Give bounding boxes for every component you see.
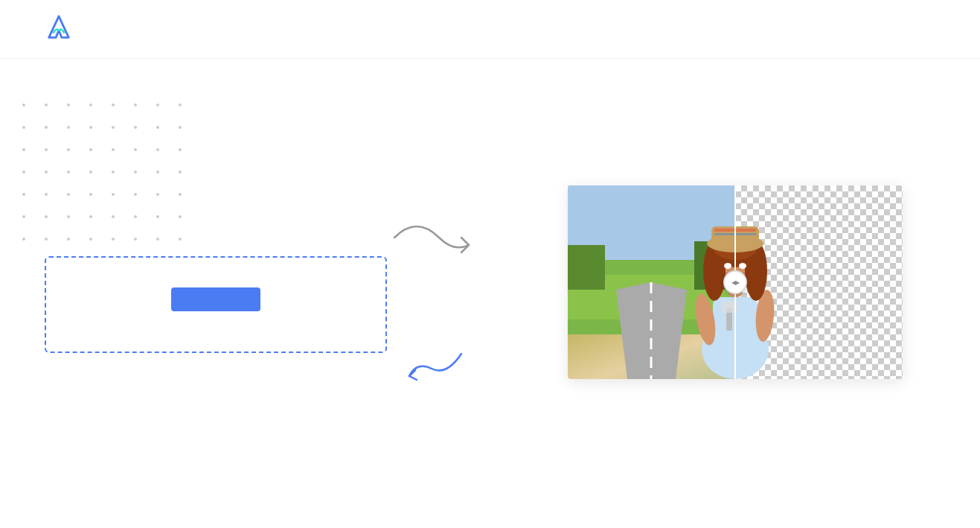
image-compare-widget[interactable] xyxy=(568,185,903,379)
svg-point-21 xyxy=(724,263,731,269)
svg-point-22 xyxy=(739,263,746,269)
hero-right-content xyxy=(534,185,935,379)
hero-left-content xyxy=(45,211,534,353)
logo-icon xyxy=(45,13,73,45)
compare-divider-handle[interactable] xyxy=(723,270,747,294)
hero-section: const dotsContainer = document.querySele… xyxy=(0,59,980,506)
navbar xyxy=(0,0,980,59)
upload-box xyxy=(45,256,387,353)
choose-photo-button[interactable] xyxy=(171,287,260,311)
svg-rect-5 xyxy=(568,245,605,290)
logo-link[interactable] xyxy=(45,13,79,45)
